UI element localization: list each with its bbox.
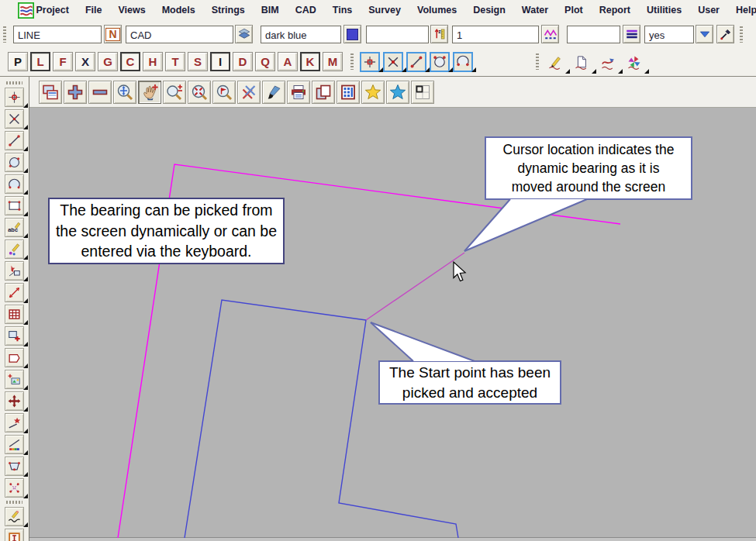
mode-button-d[interactable]: D xyxy=(233,52,253,71)
menu-strings[interactable]: Strings xyxy=(203,0,253,21)
style-choice-button[interactable] xyxy=(623,25,640,43)
mode-button-q[interactable]: Q xyxy=(255,52,275,71)
cad-image-button[interactable] xyxy=(5,370,24,389)
mode-button-a[interactable]: A xyxy=(278,52,298,71)
dropper-button[interactable] xyxy=(716,25,734,43)
cad-text-input[interactable]: LINE xyxy=(13,26,102,43)
menu-user[interactable]: User xyxy=(690,0,728,21)
toolbar-grip[interactable] xyxy=(535,53,539,70)
edit-brush-button[interactable] xyxy=(262,81,285,104)
sidebar-grip[interactable] xyxy=(6,81,22,84)
cad-colour-line-button[interactable] xyxy=(5,435,24,454)
zoom-out-button[interactable] xyxy=(88,81,112,104)
menu-water[interactable]: Water xyxy=(513,0,556,21)
cad-circle-button[interactable] xyxy=(5,153,24,172)
snap-cross-button[interactable] xyxy=(383,52,403,72)
mode-button-m[interactable]: M xyxy=(323,52,343,71)
n-toggle-button[interactable]: N xyxy=(104,25,122,43)
cad-measure-button[interactable] xyxy=(5,283,24,302)
cad-freehand-button[interactable] xyxy=(5,507,24,526)
favourite-blue-button[interactable] xyxy=(386,81,409,104)
tinable-dropdown-button[interactable] xyxy=(696,25,713,43)
cad-line-button[interactable] xyxy=(5,131,24,150)
model-combo[interactable]: CAD xyxy=(126,26,233,43)
favourite-yellow-button[interactable] xyxy=(361,81,385,104)
new-view-button[interactable] xyxy=(39,81,62,104)
zoom-in-button[interactable] xyxy=(64,81,87,104)
menu-bim[interactable]: BIM xyxy=(253,0,287,21)
toolbar-grip[interactable] xyxy=(739,26,743,43)
colour-combo[interactable]: dark blue xyxy=(261,26,341,43)
cad-break-button[interactable] xyxy=(5,109,24,129)
cad-edit-button[interactable] xyxy=(5,239,24,259)
drawing-canvas[interactable] xyxy=(29,108,756,541)
zoom-previous-button[interactable] xyxy=(188,81,211,104)
snap-circle-button[interactable] xyxy=(430,52,450,72)
mode-button-l[interactable]: L xyxy=(30,52,50,71)
cad-symbol-button[interactable] xyxy=(5,261,24,281)
height-field[interactable] xyxy=(366,26,429,43)
cad-rectangle-button[interactable] xyxy=(5,196,24,215)
menu-help[interactable]: Help xyxy=(727,0,756,21)
view-layout-button[interactable] xyxy=(411,81,434,104)
cad-point-line-button[interactable] xyxy=(5,413,24,432)
zoom-extents-button[interactable] xyxy=(113,81,136,104)
zoom-mode-button[interactable] xyxy=(212,81,236,104)
delete-approve-button[interactable] xyxy=(237,81,261,104)
mode-button-f[interactable]: F xyxy=(53,52,73,71)
cad-textbox-button[interactable] xyxy=(5,529,24,541)
menu-views[interactable]: Views xyxy=(110,0,154,21)
model-choice-button[interactable] xyxy=(235,25,253,43)
z-value-button[interactable]: z xyxy=(430,25,448,43)
menu-cad[interactable]: CAD xyxy=(287,0,324,21)
mode-button-c[interactable]: C xyxy=(120,52,140,71)
sidebar-grip[interactable] xyxy=(6,500,22,504)
cad-polygon-button[interactable] xyxy=(5,348,24,367)
menu-tins[interactable]: Tins xyxy=(324,0,360,21)
zoom-dynamic-button[interactable] xyxy=(163,81,186,104)
pan-button[interactable] xyxy=(138,81,161,104)
snap-arc-button[interactable] xyxy=(453,52,473,72)
cad-arc-button[interactable] xyxy=(5,174,24,194)
mode-button-g[interactable]: G xyxy=(98,52,118,71)
plan-view-button[interactable] xyxy=(337,81,360,104)
mode-button-x[interactable]: X xyxy=(75,52,95,71)
menu-survey[interactable]: Survey xyxy=(361,0,409,21)
menu-file[interactable]: File xyxy=(77,0,110,21)
cad-rect-plus-button[interactable] xyxy=(5,326,24,346)
tinable-combo[interactable]: yes xyxy=(644,26,694,43)
weight-field[interactable]: 1 xyxy=(452,26,539,43)
cad-fan-button[interactable] xyxy=(624,52,644,72)
toolbar-grip[interactable] xyxy=(2,26,6,43)
cad-point-button[interactable] xyxy=(5,88,24,107)
mode-button-s[interactable]: S xyxy=(188,52,208,71)
print-button[interactable] xyxy=(287,81,310,104)
cad-points-cross-button[interactable] xyxy=(5,478,24,498)
menu-volumes[interactable]: Volumes xyxy=(409,0,464,21)
cad-table-button[interactable] xyxy=(5,305,24,324)
colour-choice-button[interactable] xyxy=(343,25,361,43)
snap-point-button[interactable] xyxy=(360,52,380,72)
menu-report[interactable]: Report xyxy=(591,0,638,21)
cad-move-button[interactable] xyxy=(5,391,24,411)
menu-design[interactable]: Design xyxy=(465,0,514,21)
style-field[interactable] xyxy=(567,26,620,43)
menu-utilities[interactable]: Utilities xyxy=(639,0,690,21)
copy-view-button[interactable] xyxy=(312,81,335,104)
toolbar-grip[interactable] xyxy=(350,53,354,70)
cad-text-button[interactable]: abc xyxy=(5,218,24,237)
menu-models[interactable]: Models xyxy=(154,0,203,21)
snap-line-button[interactable] xyxy=(406,52,426,72)
weight-choice-button[interactable] xyxy=(541,25,559,43)
menu-project[interactable]: Project xyxy=(28,0,77,21)
cad-curve-button[interactable] xyxy=(598,52,618,72)
cad-close-polygon-button[interactable] xyxy=(5,457,24,476)
mode-button-t[interactable]: T xyxy=(165,52,185,71)
mode-button-i[interactable]: I xyxy=(210,52,230,71)
cad-page-button[interactable] xyxy=(571,52,592,72)
mode-button-k[interactable]: K xyxy=(300,52,320,71)
cad-draw-button[interactable] xyxy=(545,52,565,72)
mode-button-h[interactable]: H xyxy=(143,52,163,71)
menu-plot[interactable]: Plot xyxy=(557,0,592,21)
mode-button-p[interactable]: P xyxy=(8,52,28,71)
